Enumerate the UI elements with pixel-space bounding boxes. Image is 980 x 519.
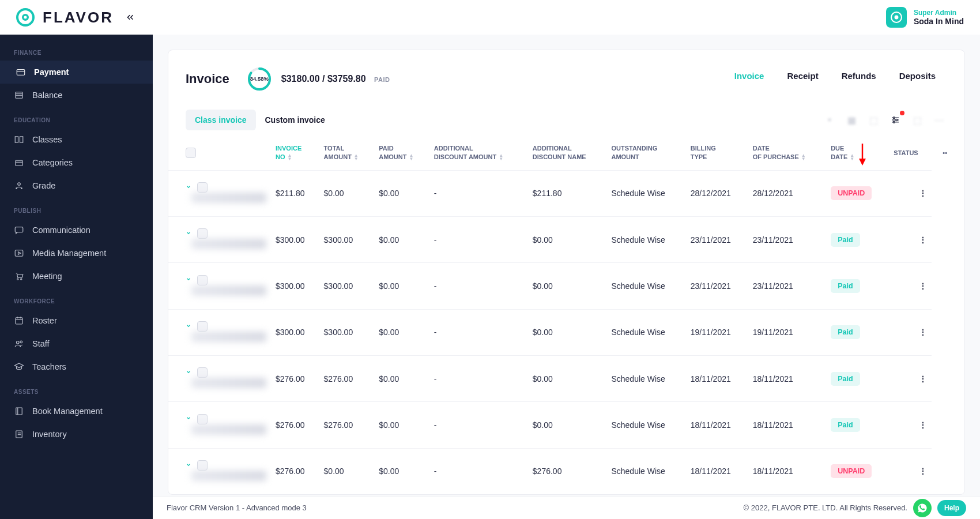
status-badge: Paid — [831, 372, 860, 386]
col-total amount[interactable]: TOTALAMOUNT▲▼ — [319, 136, 375, 170]
col-paid amount[interactable]: PAIDAMOUNT▲▼ — [374, 136, 429, 170]
whatsapp-button[interactable] — [913, 499, 932, 517]
tab-refunds[interactable]: Refunds — [830, 64, 888, 93]
sidebar-item-payment[interactable]: Payment — [0, 61, 153, 84]
cell-paid: $276.00 — [319, 402, 375, 448]
cell-billing-type: Schedule Wise — [606, 402, 685, 448]
expand-row-button[interactable] — [186, 276, 191, 282]
tab-invoice[interactable]: Invoice — [723, 64, 776, 93]
col-invoice no[interactable]: INVOICENO▲▼ — [271, 136, 319, 170]
profile-avatar-icon — [886, 7, 907, 28]
svg-rect-16 — [15, 250, 23, 257]
table-row: $300.00 $300.00 $0.00 - $0.00 Schedule W… — [168, 217, 964, 263]
row-actions-button[interactable]: ⋮ — [889, 448, 931, 494]
expand-row-button[interactable] — [186, 323, 191, 329]
cell-paid: $0.00 — [319, 448, 375, 494]
svg-marker-17 — [18, 252, 21, 255]
sidebar-item-roster[interactable]: Roster — [0, 309, 153, 332]
cell-outstanding: $0.00 — [528, 355, 607, 401]
expand-row-button[interactable] — [186, 415, 191, 421]
invoice-number — [191, 332, 266, 342]
row-checkbox[interactable] — [197, 275, 208, 285]
profile-menu[interactable]: Super Admin Soda In Mind — [886, 7, 964, 28]
sidebar-item-label: Teachers — [32, 362, 66, 371]
subtab-custom invoice[interactable]: Custom invoice — [256, 110, 334, 130]
col-additional discount name[interactable]: ADDITIONALDISCOUNT NAME — [528, 136, 607, 170]
row-checkbox[interactable] — [197, 182, 208, 193]
row-checkbox[interactable] — [197, 321, 208, 332]
cell-paid: $300.00 — [319, 309, 375, 355]
expand-row-button[interactable] — [186, 230, 191, 236]
sidebar-item-communication[interactable]: Communication — [0, 219, 153, 242]
col-date of purchase[interactable]: DATEOF PURCHASE▲▼ — [748, 136, 826, 170]
tool-icon-5[interactable]: ⬚ — [909, 112, 925, 128]
table-row: $276.00 $0.00 $0.00 - $276.00 Schedule W… — [168, 448, 964, 494]
table-row: $211.80 $0.00 $0.00 - $211.80 Schedule W… — [168, 170, 964, 216]
help-button[interactable]: Help — [937, 500, 966, 516]
row-checkbox[interactable] — [197, 414, 208, 424]
invoice-number — [191, 193, 266, 203]
svg-point-12 — [18, 183, 21, 186]
page-title: Invoice — [186, 72, 229, 86]
svg-rect-10 — [16, 160, 22, 166]
cell-billing-type: Schedule Wise — [606, 263, 685, 309]
expand-row-button[interactable] — [186, 369, 191, 375]
sidebar-item-categories[interactable]: Categories — [0, 151, 153, 174]
progress-amounts: $3180.00 / $3759.80 — [281, 74, 366, 84]
sidebar-item-label: Staff — [32, 339, 50, 348]
cell-outstanding: $0.00 — [528, 402, 607, 448]
select-all-checkbox[interactable] — [186, 148, 196, 158]
sidebar-item-label: Grade — [32, 181, 55, 190]
cell-disc-name: - — [429, 402, 528, 448]
row-checkbox[interactable] — [197, 367, 208, 378]
col-outstanding amount[interactable]: OUTSTANDINGAMOUNT — [606, 136, 685, 170]
cell-paid: $276.00 — [319, 355, 375, 401]
balance-icon — [14, 90, 24, 100]
calendar-icon — [14, 315, 24, 326]
col-additional discount amount[interactable]: ADDITIONALDISCOUNT AMOUNT▲▼ — [429, 136, 528, 170]
sidebar-item-balance[interactable]: Balance — [0, 84, 153, 107]
sidebar-item-meeting[interactable]: Meeting — [0, 265, 153, 288]
sidebar-item-teachers[interactable]: Teachers — [0, 355, 153, 378]
cell-total: $276.00 — [271, 402, 319, 448]
sidebar-item-classes[interactable]: Classes — [0, 128, 153, 151]
tool-icon-6[interactable]: ⋯ — [931, 112, 947, 128]
sidebar-item-staff[interactable]: Staff — [0, 332, 153, 355]
subtab-class invoice[interactable]: Class invoice — [186, 110, 256, 130]
sidebar-collapse-button[interactable] — [125, 12, 135, 22]
tab-receipt[interactable]: Receipt — [775, 64, 830, 93]
row-checkbox[interactable] — [197, 228, 208, 239]
sidebar-item-book management[interactable]: Book Management — [0, 400, 153, 423]
section-label: PUBLISH — [0, 197, 153, 219]
tool-icon-1[interactable]: • — [821, 112, 838, 128]
filter-icon[interactable] — [887, 112, 903, 128]
tool-icon-3[interactable]: ⬚ — [865, 112, 881, 128]
expand-row-button[interactable] — [186, 462, 191, 468]
sidebar-item-grade[interactable]: Grade — [0, 174, 153, 197]
sidebar-item-media management[interactable]: Media Management — [0, 242, 153, 265]
col-billing type[interactable]: BILLINGTYPE — [686, 136, 748, 170]
tool-icon-2[interactable]: ▦ — [843, 112, 860, 128]
col-status[interactable]: STATUS — [889, 136, 931, 170]
row-actions-button[interactable]: ⋮ — [889, 402, 931, 448]
row-actions-button[interactable]: ⋮ — [889, 355, 931, 401]
sidebar-item-inventory[interactable]: Inventory — [0, 423, 153, 446]
cell-outstanding: $0.00 — [528, 217, 607, 263]
invoice-number — [191, 424, 266, 435]
media-icon — [14, 248, 24, 258]
row-actions-button[interactable]: ⋮ — [889, 217, 931, 263]
expand-row-button[interactable] — [186, 184, 191, 190]
progress-ring: 84.58% — [247, 66, 272, 92]
cell-disc-amt: $0.00 — [374, 170, 429, 216]
row-actions-button[interactable]: ⋮ — [889, 170, 931, 216]
footer-version: Flavor CRM Version 1 - Advanced mode 3 — [167, 503, 307, 512]
row-actions-button[interactable]: ⋮ — [889, 263, 931, 309]
row-checkbox[interactable] — [197, 460, 208, 471]
tab-deposits[interactable]: Deposits — [888, 64, 947, 93]
svg-point-4 — [894, 16, 898, 20]
profile-name: Soda In Mind — [914, 17, 964, 26]
inv-icon — [14, 429, 24, 439]
row-actions-button[interactable]: ⋮ — [889, 309, 931, 355]
grad-icon — [14, 180, 24, 191]
box-icon — [14, 157, 24, 168]
